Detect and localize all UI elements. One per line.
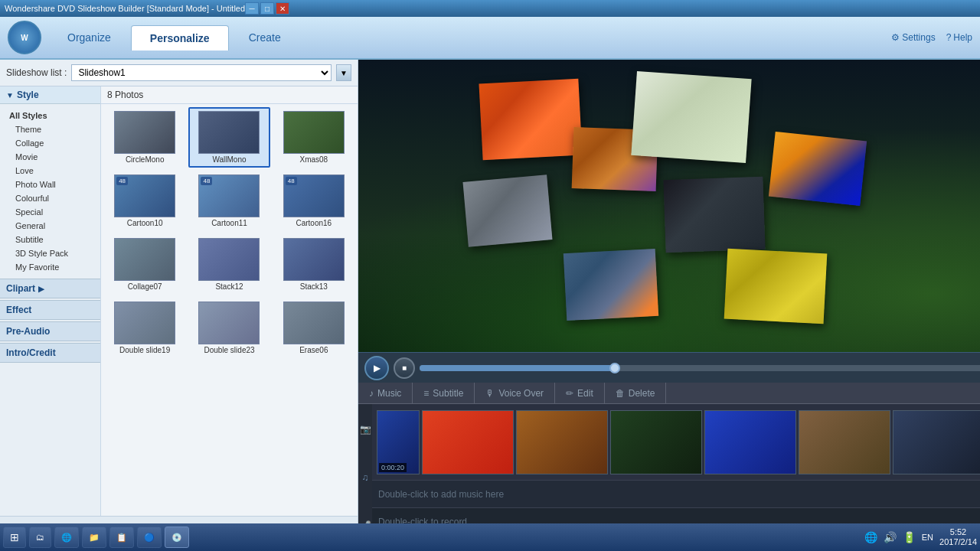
settings-action[interactable]: ⚙ Settings: [891, 32, 935, 43]
thumb-img-erase06: [283, 302, 345, 344]
start-button[interactable]: ⊞: [3, 527, 26, 548]
left-panel: Slideshow list : Slideshow1 ▼ ▼ Style Al…: [0, 60, 358, 551]
sidebar-item-my-favorite[interactable]: My Favorite: [0, 260, 100, 274]
thumb-img-xmas08: [283, 111, 345, 154]
sidebar-item-general[interactable]: General: [0, 219, 100, 233]
thumb-img-collage07: [114, 238, 175, 281]
tab-music[interactable]: ♪ Music: [358, 383, 413, 403]
taskbar-app-files[interactable]: 📋: [109, 527, 134, 548]
thumb-double19[interactable]: Double slide19: [104, 298, 185, 358]
clipart-arrow-icon: ▶: [38, 285, 44, 293]
preview-photo-koala: [463, 174, 553, 246]
tab-create[interactable]: Create: [230, 25, 299, 50]
thumb-erase06[interactable]: Erase06: [273, 298, 354, 358]
story-thumb-3[interactable]: [610, 410, 702, 474]
taskbar-app-browser1[interactable]: 🌐: [54, 527, 79, 548]
thumb-wallmono[interactable]: WallMono: [188, 107, 270, 168]
thumb-cartoon11[interactable]: 48 Cartoon11: [188, 171, 270, 231]
thumb-label-cartoon11: Cartoon11: [211, 219, 247, 227]
taskbar-app-wondershare[interactable]: 💿: [165, 527, 189, 548]
sidebar-item-subtitle[interactable]: Subtitle: [0, 233, 100, 246]
story-thumb-0[interactable]: 0:00:20: [377, 410, 420, 474]
battery-icon: 🔋: [903, 531, 916, 543]
help-action[interactable]: ? Help: [946, 32, 972, 43]
thumb-double23[interactable]: Double slide23: [188, 298, 270, 358]
thumb-img-cartoon16: 48: [283, 174, 345, 217]
tab-personalize[interactable]: Personalize: [131, 25, 229, 51]
story-thumb-4[interactable]: [704, 410, 796, 474]
taskbar-app-browser2[interactable]: 📁: [82, 527, 106, 548]
story-thumb-5[interactable]: [799, 410, 890, 474]
slideshow-list-label: Slideshow list :: [6, 67, 67, 78]
sidebar-item-movie[interactable]: Movie: [0, 150, 100, 164]
slideshow-dropdown-arrow[interactable]: ▼: [336, 64, 351, 81]
thumb-cartoon10[interactable]: 48 Cartoon10: [104, 171, 185, 231]
sidebar-item-intro-credit[interactable]: Intro/Credit: [0, 343, 100, 363]
thumbnails-grid: CircleMono WallMono Xmas08: [104, 107, 354, 358]
stop-button[interactable]: ■: [394, 357, 415, 379]
music-icon: ♪: [369, 388, 374, 399]
explorer-icon: 🗂: [36, 533, 44, 542]
taskbar-app-explorer[interactable]: 🗂: [29, 527, 51, 548]
language-indicator: EN: [922, 533, 933, 542]
sidebar-item-theme[interactable]: Theme: [0, 122, 100, 136]
thumb-label-collage07: Collage07: [128, 282, 162, 291]
thumb-img-stack13: [283, 238, 345, 281]
chrome-icon: 🔵: [144, 533, 155, 543]
sidebar-item-photo-wall[interactable]: Photo Wall: [0, 178, 100, 191]
thumb-collage07[interactable]: Collage07: [104, 234, 185, 295]
thumb-stack13[interactable]: Stack13: [273, 234, 354, 295]
title-bar: Wondershare DVD Slideshow Builder [Stand…: [0, 0, 980, 17]
story-thumb-2[interactable]: [516, 410, 608, 474]
thumb-cartoon16[interactable]: 48 Cartoon16: [273, 171, 354, 231]
sidebar-item-all-styles[interactable]: All Styles: [0, 109, 100, 122]
sidebar-item-pre-audio[interactable]: Pre-Audio: [0, 321, 100, 341]
badge-cartoon16: 48: [286, 177, 297, 185]
play-button[interactable]: ▶: [364, 356, 389, 380]
window-controls: ─ □ ✕: [245, 2, 289, 15]
left-content: ▼ Style All Styles Theme Collage Movie L…: [0, 86, 358, 516]
thumb-xmas08[interactable]: Xmas08: [273, 107, 354, 168]
story-thumb-6[interactable]: [893, 410, 980, 474]
music-track[interactable]: Double-click to add music here: [372, 481, 980, 508]
tab-edit[interactable]: ✏ Edit: [555, 383, 605, 403]
sidebar-item-effect[interactable]: Effect: [0, 300, 100, 320]
slideshow-bar: Slideshow list : Slideshow1 ▼: [0, 60, 358, 86]
main-area: Slideshow list : Slideshow1 ▼ ▼ Style Al…: [0, 60, 980, 551]
thumb-img-wallmono: [198, 111, 260, 154]
minimize-button[interactable]: ─: [245, 2, 259, 15]
sidebar-item-3d-style-pack[interactable]: 3D Style Pack: [0, 246, 100, 260]
story-thumb-1[interactable]: [422, 410, 514, 474]
thumb-img-cartoon10: 48: [114, 174, 175, 217]
preview-photo-white-flower: [631, 71, 751, 163]
maximize-button[interactable]: □: [260, 2, 274, 15]
story-time-0: 0:00:20: [379, 463, 407, 472]
browser1-icon: 🌐: [61, 533, 72, 543]
thumb-img-circlemono: [114, 111, 175, 154]
thumb-label-double19: Double slide19: [119, 346, 170, 354]
sidebar-item-collage[interactable]: Collage: [0, 136, 100, 150]
seek-bar[interactable]: [420, 365, 980, 371]
sidebar-item-clipart[interactable]: Clipart ▶: [0, 279, 100, 298]
preview-controls: ▶ ■ 00:00:00 / 00:00:52 4:3: [358, 352, 980, 383]
close-button[interactable]: ✕: [276, 2, 289, 15]
style-tree-header[interactable]: ▼ Style: [0, 86, 100, 104]
taskbar-app-chrome[interactable]: 🔵: [137, 527, 162, 548]
style-tree: ▼ Style All Styles Theme Collage Movie L…: [0, 86, 101, 516]
tab-voice-over[interactable]: 🎙 Voice Over: [475, 383, 555, 403]
thumbnails-scroll[interactable]: CircleMono WallMono Xmas08: [101, 104, 358, 516]
timeline-tabs: ♪ Music ≡ Subtitle 🎙 Voice Over ✏ Edit: [358, 383, 980, 404]
slideshow-select[interactable]: Slideshow1: [71, 64, 332, 81]
tab-subtitle[interactable]: ≡ Subtitle: [413, 383, 475, 403]
subtitle-icon: ≡: [423, 388, 429, 399]
sidebar-item-love[interactable]: Love: [0, 164, 100, 178]
thumb-label-xmas08: Xmas08: [299, 155, 328, 164]
sidebar-item-colourful[interactable]: Colourful: [0, 191, 100, 205]
sidebar-item-special[interactable]: Special: [0, 205, 100, 219]
tab-organize[interactable]: Organize: [49, 25, 129, 50]
thumb-circlemono[interactable]: CircleMono: [104, 107, 185, 168]
thumb-label-wallmono: WallMono: [212, 155, 246, 164]
thumb-stack12[interactable]: Stack12: [188, 234, 270, 295]
tab-delete[interactable]: 🗑 Delete: [605, 383, 667, 403]
preview-photo-castle: [564, 249, 658, 321]
